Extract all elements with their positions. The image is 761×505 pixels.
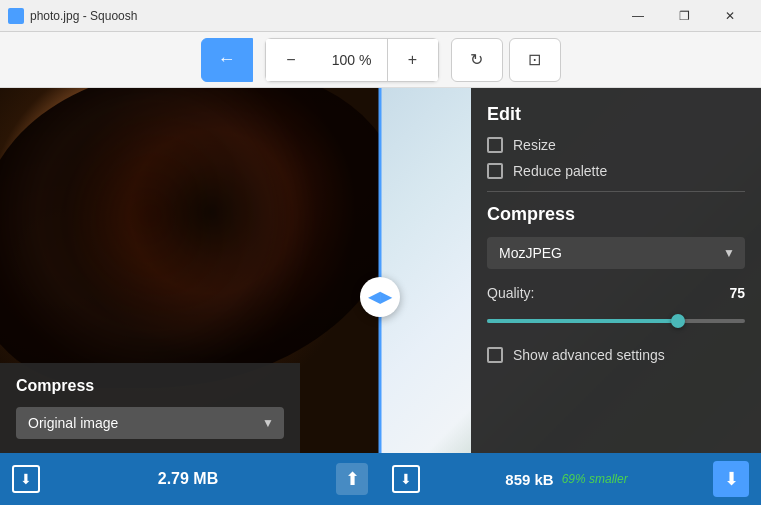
- resize-checkbox[interactable]: [487, 137, 503, 153]
- reduce-palette-checkbox[interactable]: [487, 163, 503, 179]
- left-bottom-bar: ⬇ 2.79 MB ⬆: [0, 453, 380, 505]
- zoom-value: 100 %: [317, 38, 387, 82]
- compress-section-title: Compress: [487, 204, 745, 225]
- right-size-badge: 69% smaller: [562, 472, 628, 486]
- right-file-icon: ⬇: [392, 465, 420, 493]
- title-bar-left: photo.jpg - Squoosh: [8, 8, 137, 24]
- left-panel-title: Compress: [16, 377, 284, 395]
- left-upload-button[interactable]: ⬆: [336, 463, 368, 495]
- resize-row: Resize: [487, 137, 745, 153]
- right-download-button-icon: ⬇: [724, 468, 739, 490]
- resize-label[interactable]: Resize: [513, 137, 556, 153]
- right-bottom-bar: ⬇ 859 kB 69% smaller ⬇: [380, 453, 761, 505]
- toolbar-actions: ↻ ⊡: [451, 38, 561, 82]
- quality-label: Quality:: [487, 285, 534, 301]
- compress-format-select[interactable]: MozJPEG: [487, 237, 745, 269]
- advanced-settings-checkbox[interactable]: [487, 347, 503, 363]
- quality-row: Quality: 75: [487, 285, 745, 301]
- right-file-icon-symbol: ⬇: [400, 471, 412, 487]
- left-file-size: 2.79 MB: [158, 470, 218, 488]
- quality-value: 75: [729, 285, 745, 301]
- advanced-settings-label[interactable]: Show advanced settings: [513, 347, 665, 363]
- minimize-button[interactable]: —: [615, 0, 661, 32]
- left-format-select-wrapper: Original image ▼: [16, 407, 284, 439]
- left-upload-button-icon: ⬆: [345, 468, 360, 490]
- left-compress-panel: Compress Original image ▼: [0, 363, 300, 453]
- reduce-palette-row: Reduce palette: [487, 163, 745, 179]
- window-title: photo.jpg - Squoosh: [30, 9, 137, 23]
- app-icon: [8, 8, 24, 24]
- back-button[interactable]: ←: [201, 38, 253, 82]
- right-size-info: 859 kB 69% smaller: [505, 471, 627, 488]
- left-upload-arrow-icon: ⬇: [20, 471, 32, 487]
- compress-format-wrapper: MozJPEG ▼: [487, 237, 745, 269]
- reduce-palette-label[interactable]: Reduce palette: [513, 163, 607, 179]
- section-divider: [487, 191, 745, 192]
- zoom-controls: − 100 % +: [265, 38, 439, 82]
- edit-section-title: Edit: [487, 104, 745, 125]
- zoom-in-button[interactable]: +: [387, 38, 439, 82]
- left-download-icon: ⬇: [12, 465, 40, 493]
- divider-handle[interactable]: ◀▶: [360, 277, 400, 317]
- left-format-select[interactable]: Original image: [16, 407, 284, 439]
- divider-handle-icon: ◀▶: [368, 287, 392, 306]
- maximize-button[interactable]: ❐: [661, 0, 707, 32]
- right-file-size: 859 kB: [505, 471, 553, 488]
- advanced-settings-row: Show advanced settings: [487, 347, 745, 363]
- rotate-button[interactable]: ↻: [451, 38, 503, 82]
- main-area: ◀▶ Compress Original image ▼ ⬇ 2.79 MB ⬆…: [0, 88, 761, 505]
- crop-button[interactable]: ⊡: [509, 38, 561, 82]
- window-controls: — ❐ ✕: [615, 0, 753, 32]
- title-bar: photo.jpg - Squoosh — ❐ ✕: [0, 0, 761, 32]
- divider-line: [379, 88, 382, 453]
- zoom-out-button[interactable]: −: [265, 38, 317, 82]
- right-download-button[interactable]: ⬇: [713, 461, 749, 497]
- toolbar: ← − 100 % + ↻ ⊡: [0, 32, 761, 88]
- close-button[interactable]: ✕: [707, 0, 753, 32]
- quality-slider-wrapper: [487, 311, 745, 331]
- right-settings-panel: Edit Resize Reduce palette Compress MozJ…: [471, 88, 761, 453]
